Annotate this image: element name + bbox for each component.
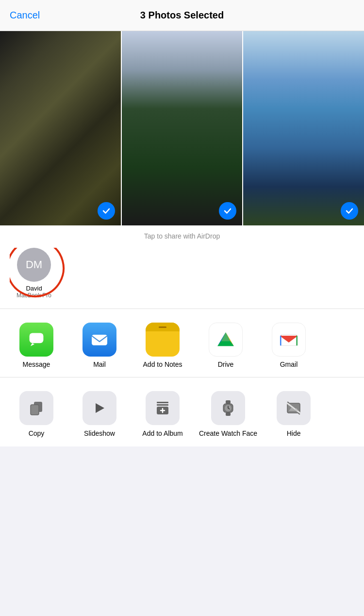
photo-3-checkmark (341, 202, 358, 220)
action-add-to-album[interactable]: Add to Album (131, 387, 194, 442)
share-app-notes[interactable]: Add to Notes (131, 319, 194, 372)
notes-top-bar (146, 323, 180, 331)
create-watch-face-label: Create Watch Face (199, 429, 257, 438)
album-icon (154, 399, 171, 417)
svg-rect-13 (226, 412, 231, 416)
photo-item-3[interactable] (243, 31, 364, 225)
action-row: Copy Slideshow (0, 387, 364, 442)
photo-3-image (243, 31, 364, 225)
copy-icon-box (19, 391, 53, 425)
play-icon (91, 399, 108, 417)
contact-device: MacBook Pro (17, 292, 51, 299)
envelope-icon (89, 329, 110, 350)
drive-icon (209, 323, 243, 357)
contact-name: David (26, 285, 42, 292)
svg-rect-0 (30, 333, 44, 343)
share-app-messages[interactable]: Message (5, 319, 68, 372)
share-app-mail[interactable]: Mail (68, 319, 131, 372)
svg-rect-12 (226, 400, 231, 404)
airdrop-section: Tap to share with AirDrop DM David MacBo… (0, 225, 364, 309)
page-title: 3 Photos Selected (140, 10, 224, 21)
checkmark-icon (101, 206, 111, 216)
gmail-m-icon (278, 329, 299, 350)
share-apps-section: Message Mail (0, 309, 364, 377)
hide-icon (285, 399, 302, 417)
copy-icon (28, 399, 45, 417)
airdrop-label: Tap to share with AirDrop (10, 232, 354, 240)
hide-icon-box (277, 391, 311, 425)
messages-label: Message (23, 360, 50, 368)
photo-1-image (0, 31, 121, 225)
notes-top-bar-line (159, 326, 166, 328)
photo-1-checkmark (98, 202, 115, 220)
notes-app-icon (146, 323, 180, 357)
mail-icon (83, 323, 116, 357)
checkmark-icon (345, 206, 354, 216)
header: Cancel 3 Photos Selected (0, 0, 364, 31)
message-bubble-icon (27, 330, 46, 349)
watch-icon (219, 399, 237, 417)
create-watch-face-icon-box (211, 391, 245, 425)
action-copy[interactable]: Copy (5, 387, 68, 442)
photo-item-2[interactable] (122, 31, 244, 225)
photo-2-image (122, 31, 243, 225)
drive-triangle-icon (215, 329, 236, 350)
hide-label: Hide (287, 429, 301, 438)
action-slideshow[interactable]: Slideshow (68, 387, 131, 442)
contact-avatar-dm: DM (17, 248, 51, 282)
gmail-label: Gmail (280, 360, 298, 368)
action-section: Copy Slideshow (0, 377, 364, 446)
svg-rect-6 (31, 405, 39, 415)
add-to-album-label: Add to Album (142, 429, 182, 438)
photo-grid (0, 31, 364, 225)
copy-label: Copy (29, 429, 45, 438)
slideshow-icon-box (83, 391, 116, 425)
share-app-gmail[interactable]: Gmail (257, 319, 320, 372)
svg-rect-8 (157, 404, 168, 406)
mail-label: Mail (93, 360, 106, 368)
gmail-icon (272, 323, 306, 357)
action-create-watch-face[interactable]: Create Watch Face (194, 387, 262, 442)
notes-lines (159, 331, 166, 346)
svg-rect-1 (92, 335, 107, 345)
cancel-button[interactable]: Cancel (10, 10, 40, 21)
photo-item-1[interactable] (0, 31, 122, 225)
avatar-initials: DM (26, 258, 42, 271)
svg-rect-7 (157, 402, 168, 403)
slideshow-label: Slideshow (84, 429, 115, 438)
action-hide[interactable]: Hide (262, 387, 325, 442)
airdrop-contact-david[interactable]: DM David MacBook Pro (10, 248, 53, 299)
checkmark-icon (223, 206, 232, 216)
add-to-album-icon-box (146, 391, 180, 425)
share-apps-row: Message Mail (0, 319, 364, 372)
notes-label: Add to Notes (143, 360, 182, 368)
share-app-drive[interactable]: Drive (194, 319, 257, 372)
messages-icon (19, 323, 53, 357)
airdrop-contacts: DM David MacBook Pro (10, 248, 354, 299)
drive-label: Drive (218, 360, 234, 368)
